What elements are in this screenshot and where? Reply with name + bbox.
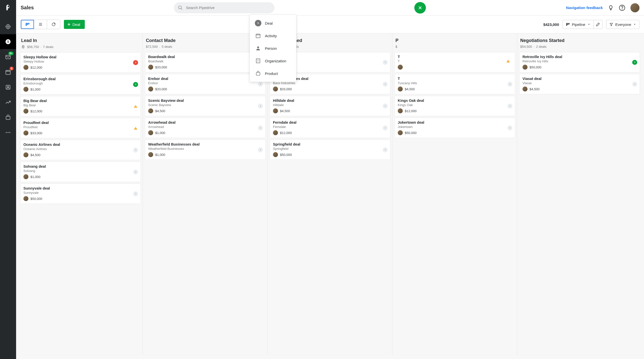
- deal-title: Erinsborough deal: [23, 77, 138, 81]
- svg-rect-41: [28, 23, 29, 24]
- pipeline-column: P $ T T T Tuscany Hil: [392, 33, 517, 355]
- chevron-down-icon: [633, 23, 636, 26]
- deal-org: Ferndale: [273, 125, 387, 129]
- activity-badge: 6: [10, 67, 14, 70]
- deal-card[interactable]: Solvang deal Solvang $1,000: [20, 162, 141, 182]
- deal-org: Arrowhead: [148, 125, 262, 129]
- deal-org: Kings Oak: [398, 103, 512, 107]
- deal-amount: $33,000: [155, 65, 167, 69]
- next-activity-icon: [383, 104, 388, 109]
- deal-title: Erebor deal: [148, 77, 262, 81]
- sidebar-contacts-icon[interactable]: [0, 80, 16, 95]
- deal-card[interactable]: Sunnyvale deal Sunnyvale $50,000: [20, 184, 141, 204]
- sidebar-activities-icon[interactable]: 6: [0, 65, 16, 80]
- next-activity-icon: [258, 125, 263, 130]
- deal-org: Solvang: [23, 169, 138, 173]
- svg-point-16: [6, 132, 7, 133]
- done-icon: [632, 60, 637, 65]
- dropdown-organization[interactable]: Organization: [250, 55, 296, 67]
- next-activity-icon: [507, 125, 512, 130]
- deal-card[interactable]: Arrowhead deal Arrowhead $1,000: [145, 118, 266, 138]
- deal-card[interactable]: Big Bear deal Big Bear $12,000: [20, 96, 141, 116]
- deal-card[interactable]: T T: [394, 52, 515, 72]
- owner-avatar: [148, 86, 153, 92]
- deal-amount: $12,000: [405, 109, 417, 113]
- deal-org: Proudfeet: [23, 125, 138, 129]
- deal-amount: $12,000: [280, 131, 292, 135]
- nav-feedback-link[interactable]: Navigation feedback: [566, 6, 603, 10]
- deal-org: Hilldale: [273, 103, 387, 107]
- dropdown-activity[interactable]: Activity: [250, 29, 296, 42]
- filter-icon: [609, 22, 613, 26]
- forecast-view-button[interactable]: [47, 20, 60, 29]
- deal-card[interactable]: Ferndale deal Ferndale $12,000: [270, 118, 390, 138]
- owner-avatar: [148, 130, 153, 135]
- deal-title: Oceanic Airlines deal: [23, 143, 138, 147]
- warning-icon: [133, 104, 138, 109]
- page-title: Sales: [21, 5, 34, 11]
- deal-card[interactable]: Boardwalk deal Boardwalk $33,000: [145, 52, 266, 72]
- owner-avatar: [148, 152, 153, 157]
- add-fab-close[interactable]: [414, 2, 426, 14]
- column-amount: $54,500: [520, 45, 532, 49]
- deal-title: Weatherfield Businesses deal: [148, 142, 262, 146]
- dropdown-product[interactable]: Product: [250, 67, 296, 80]
- deal-card[interactable]: Viasat deal Viasat $4,500: [519, 74, 640, 94]
- deal-title: Kings Oak deal: [398, 99, 512, 103]
- search-input[interactable]: [174, 2, 274, 13]
- help-icon[interactable]: [619, 5, 625, 11]
- overdue-icon: [133, 60, 138, 65]
- deal-card[interactable]: Erebor deal Erebor $33,000: [145, 74, 266, 94]
- svg-text:$: $: [257, 22, 259, 24]
- user-avatar[interactable]: [630, 3, 639, 12]
- pipeline-board: Lead In $56,750 · 7 deals Sleepy Hollow …: [16, 33, 644, 359]
- dropdown-deal[interactable]: $ Deal: [250, 17, 296, 29]
- dropdown-label: Product: [265, 71, 278, 76]
- sidebar-focus-icon[interactable]: [0, 19, 16, 34]
- deal-org: Retroville Ivy Hills: [522, 59, 637, 63]
- deal-title: Retroville Ivy Hills deal: [522, 55, 637, 59]
- pipeline-view-button[interactable]: [21, 20, 34, 29]
- edit-pipeline-button[interactable]: [593, 20, 602, 29]
- add-deal-button[interactable]: Deal: [64, 20, 85, 29]
- deal-card[interactable]: Jokertown deal Jokertown $50,000: [394, 118, 515, 138]
- deal-card[interactable]: Springfield deal Springfield $50,000: [270, 140, 390, 160]
- svg-rect-9: [6, 70, 10, 74]
- sidebar-mail-icon[interactable]: 9+: [0, 50, 16, 65]
- mail-badge: 9+: [8, 52, 14, 55]
- deal-title: Jokertown deal: [398, 120, 512, 124]
- bulb-icon[interactable]: [608, 5, 614, 11]
- everyone-filter[interactable]: Everyone: [606, 20, 639, 29]
- pipeline-total: $423,000: [543, 22, 559, 27]
- sidebar-deals-icon[interactable]: $: [0, 34, 16, 49]
- sidebar-insights-icon[interactable]: [0, 95, 16, 110]
- rotting-icon: [21, 45, 25, 49]
- next-activity-icon: [258, 104, 263, 109]
- list-view-button[interactable]: [34, 20, 47, 29]
- chevron-down-icon: [587, 23, 590, 26]
- column-meta: $: [395, 45, 514, 49]
- deal-amount: $12,000: [30, 109, 42, 113]
- deal-card[interactable]: Weatherfield Businesses deal Weatherfiel…: [145, 140, 266, 160]
- deal-card[interactable]: Proudfeet deal Proudfeet $33,000: [20, 118, 141, 138]
- pipeline-selector[interactable]: Pipeline: [562, 20, 593, 29]
- sidebar-products-icon[interactable]: [0, 110, 16, 125]
- deal-card[interactable]: Hilldale deal Hilldale $4,500: [270, 96, 390, 116]
- sidebar-more-icon[interactable]: [0, 125, 16, 140]
- svg-point-38: [622, 9, 622, 9]
- deal-card[interactable]: Retroville Ivy Hills deal Retroville Ivy…: [519, 52, 640, 72]
- owner-avatar: [522, 86, 528, 92]
- deal-card[interactable]: Scenic Bayview deal Scenic Bayview $4,50…: [145, 96, 266, 116]
- deal-card[interactable]: Kings Oak deal Kings Oak $12,000: [394, 96, 515, 116]
- deal-card[interactable]: Erinsborough deal Erinsborough $1,000: [20, 74, 141, 95]
- owner-avatar: [148, 65, 153, 70]
- calendar-icon: [255, 32, 261, 39]
- deal-org: Oceanic Airlines: [23, 147, 138, 151]
- deal-card[interactable]: Sleepy Hollow deal Sleepy Hollow $12,000: [20, 52, 141, 73]
- warning-icon: [133, 126, 138, 131]
- deal-title: Ferndale deal: [273, 120, 387, 124]
- dropdown-person[interactable]: Person: [250, 42, 296, 55]
- deal-card[interactable]: T Tuscany Hills $4,500: [394, 74, 515, 94]
- product-icon: [255, 70, 261, 77]
- deal-card[interactable]: Oceanic Airlines deal Oceanic Airlines $…: [20, 140, 141, 160]
